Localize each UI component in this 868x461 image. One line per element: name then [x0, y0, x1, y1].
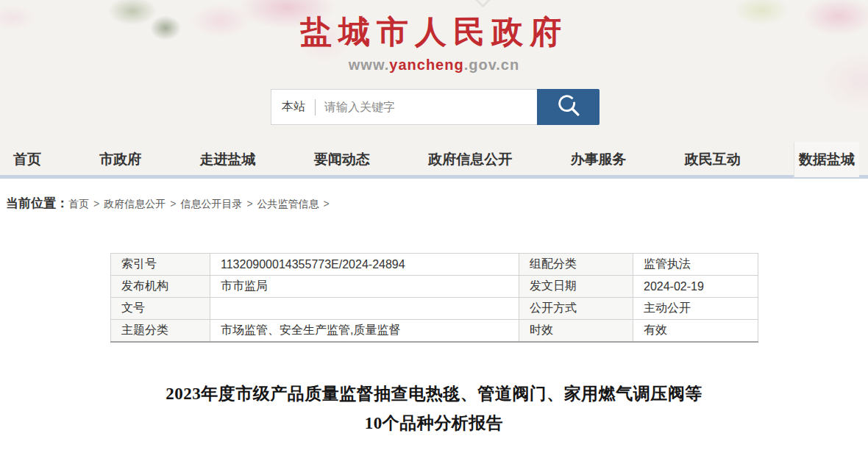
table-row: 发布机构 市市监局 发文日期 2024-02-19: [111, 276, 758, 298]
site-url-suffix: .gov.cn: [464, 57, 520, 73]
article-title: 2023年度市级产品质量监督抽查电热毯、管道阀门、家用燃气调压阀等 10个品种分…: [0, 379, 868, 438]
meta-label: 时效: [519, 320, 633, 342]
search-input[interactable]: [324, 101, 537, 114]
breadcrumb-catalog[interactable]: 信息公开目录: [180, 198, 242, 210]
table-row: 文号 公开方式 主动公开: [111, 298, 758, 320]
meta-value: 2024-02-19: [633, 276, 758, 298]
nav-item-services[interactable]: 办事服务: [566, 142, 630, 177]
breadcrumb-separator: >: [246, 198, 252, 210]
meta-value: 11320900014355773E/2024-24894: [210, 254, 519, 276]
breadcrumb-label: 当前位置：: [6, 196, 68, 210]
meta-label: 主题分类: [111, 320, 210, 342]
nav-item-home[interactable]: 首页: [9, 142, 46, 177]
search-icon: [555, 92, 583, 122]
meta-label: 组配分类: [519, 254, 633, 276]
site-url: www.yancheng.gov.cn: [0, 57, 868, 74]
search-scope-label: 本站: [282, 99, 305, 115]
nav-item-government[interactable]: 市政府: [95, 142, 146, 177]
meta-label: 索引号: [111, 254, 210, 276]
nav-item-about[interactable]: 走进盐城: [196, 142, 260, 177]
site-title: 盐城市人民政府: [0, 0, 868, 54]
table-row: 主题分类 市场监管、安全生产监管,质量监督 时效 有效: [111, 320, 758, 342]
nav-item-news[interactable]: 要闻动态: [310, 142, 374, 177]
nav-item-data[interactable]: 数据盐城: [794, 142, 859, 177]
search-box: 本站: [271, 89, 537, 125]
breadcrumb-public-supervision[interactable]: 公共监管信息: [257, 198, 319, 210]
meta-label: 公开方式: [519, 298, 633, 320]
article-title-line1: 2023年度市级产品质量监督抽查电热毯、管道阀门、家用燃气调压阀等: [0, 379, 868, 409]
search-bar: 本站: [271, 89, 600, 125]
search-divider: [315, 99, 316, 115]
breadcrumb-separator: >: [324, 198, 330, 210]
breadcrumb: 当前位置：首页>政府信息公开>信息公开目录>公共监管信息>: [0, 179, 868, 212]
meta-value: [210, 298, 519, 320]
breadcrumb-separator: >: [170, 198, 176, 210]
meta-value: 有效: [633, 320, 758, 342]
site-url-prefix: www.: [349, 57, 389, 73]
nav-item-interaction[interactable]: 政民互动: [680, 142, 745, 177]
meta-value: 市场监管、安全生产监管,质量监督: [210, 320, 519, 342]
table-row: 索引号 11320900014355773E/2024-24894 组配分类 监…: [111, 254, 758, 276]
meta-value: 市市监局: [210, 276, 519, 298]
document-meta-table: 索引号 11320900014355773E/2024-24894 组配分类 监…: [110, 253, 758, 343]
main-nav: 首页 市政府 走进盐城 要闻动态 政府信息公开 办事服务 政民互动 数据盐城: [0, 143, 868, 179]
breadcrumb-info-public[interactable]: 政府信息公开: [104, 198, 166, 210]
site-header: 盐城市人民政府 www.yancheng.gov.cn 本站: [0, 0, 868, 143]
breadcrumb-separator: >: [93, 198, 99, 210]
nav-item-info-public[interactable]: 政府信息公开: [424, 142, 516, 177]
meta-label: 发文日期: [519, 276, 633, 298]
breadcrumb-home[interactable]: 首页: [68, 198, 89, 210]
meta-value: 监管执法: [633, 254, 758, 276]
article-title-line2: 10个品种分析报告: [0, 409, 868, 438]
search-button[interactable]: [537, 89, 600, 125]
site-url-main: yancheng: [389, 57, 463, 73]
meta-label: 发布机构: [111, 276, 210, 298]
meta-label: 文号: [111, 298, 210, 320]
meta-value: 主动公开: [633, 298, 758, 320]
